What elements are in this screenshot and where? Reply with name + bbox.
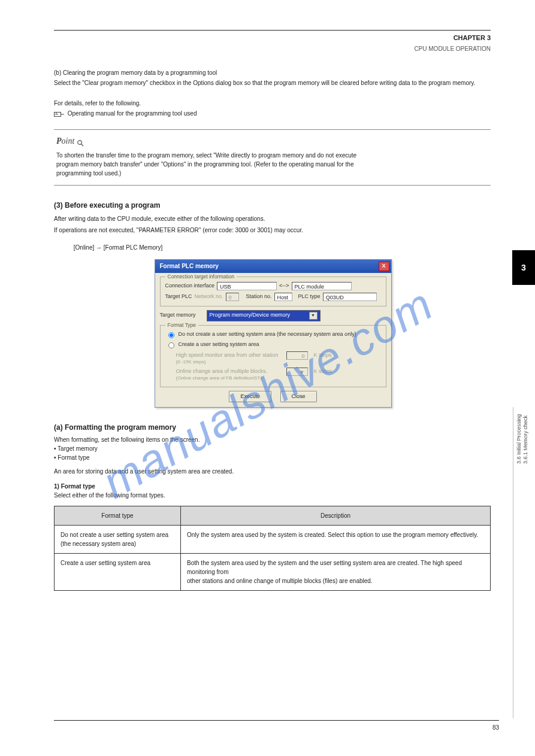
td-r2c2a: Both the system area used by the system … bbox=[187, 558, 484, 576]
point-p: P bbox=[56, 136, 62, 145]
td-r1c2: Only the system area used by the system … bbox=[181, 526, 491, 554]
dialog-title: Format PLC memory bbox=[160, 262, 219, 271]
group-format-type: Format Type Do not create a user setting… bbox=[160, 325, 386, 387]
fsec-desc1: When formatting, set the following items… bbox=[54, 435, 491, 444]
lbl-conn-arrow: <--> bbox=[279, 282, 289, 290]
lbl-network-no: Network no. bbox=[195, 293, 223, 301]
lbl-ocnote: (Online change area of FB definition/ST.… bbox=[176, 375, 320, 382]
td-r1c1a: Do not create a user setting system area bbox=[61, 530, 174, 539]
close-icon[interactable]: X bbox=[379, 262, 389, 271]
fsec-bullet1: • Target memory bbox=[54, 444, 491, 453]
target-memory-combo[interactable]: Program memory/Device memory ▼ bbox=[207, 310, 321, 321]
menu-format: [Format PLC Memory] bbox=[104, 244, 162, 251]
subheading-format-type: (a) Formatting the program memory bbox=[54, 422, 491, 433]
format-plc-dialog: Format PLC memory X Connection target in… bbox=[155, 259, 392, 408]
td-r2c2: Both the system area used by the system … bbox=[181, 554, 491, 591]
body-para-1: (b) Clearing the program memory data by … bbox=[54, 68, 491, 119]
fmt-desc2: If operations are not executed, "PARAMET… bbox=[54, 226, 491, 235]
side-caption-text: 3.6 Initial Processing 3.6.1 Memory chec… bbox=[516, 414, 530, 464]
side-caption-box: 3.6 Initial Processing 3.6.1 Memory chec… bbox=[513, 407, 523, 718]
svg-line-2 bbox=[81, 144, 83, 147]
lbl-radio1: Do not create a user setting system area… bbox=[179, 330, 356, 339]
chapter-number: CHAPTER 3 bbox=[54, 33, 491, 43]
th-description: Description bbox=[181, 506, 491, 526]
group-connection-target: Connection target information Connection… bbox=[160, 277, 386, 306]
fmt-menu-path: [Online] → [Format PLC Memory] bbox=[54, 243, 491, 252]
sc-l1: 3.6 Initial Processing bbox=[516, 414, 522, 464]
chapter-tab: 3 bbox=[512, 250, 535, 285]
plc-type-field: Q03UD bbox=[323, 293, 377, 301]
lbl-radio2: Create a user setting system area bbox=[179, 341, 259, 349]
page: 3 manualshive.com CHAPTER 3 CPU MODULE O… bbox=[0, 0, 535, 756]
magnifier-icon bbox=[77, 138, 84, 145]
td-r2c1: Create a user setting system area bbox=[55, 554, 181, 591]
point-rest: oint bbox=[62, 136, 75, 145]
legend-conn: Connection target information bbox=[165, 273, 237, 281]
lbl-hsrange: (0 -15K steps) bbox=[176, 359, 284, 366]
para-b2: (b) Clearing the program memory data by … bbox=[54, 69, 217, 76]
chevron-down-icon-2: ▼ bbox=[300, 369, 305, 375]
para-b2-desc: Select the "Clear program memory" checkb… bbox=[54, 80, 475, 86]
fsec-desc2: An area for storing data and a user sett… bbox=[54, 467, 491, 476]
th-format-type: Format type bbox=[55, 506, 181, 526]
subheading-formatting: (3) Before executing a program bbox=[54, 200, 491, 211]
page-footer: 83 bbox=[54, 720, 499, 732]
lbl-conn-iface: Connection interface bbox=[165, 282, 215, 290]
point-line3: programming tool used.) bbox=[56, 170, 121, 177]
net-no-field: 0 bbox=[226, 293, 239, 301]
dialog-button-row: Execute Close bbox=[160, 391, 386, 403]
radio-create-user-area[interactable] bbox=[168, 342, 174, 348]
para-ref: Operating manual for the programming too… bbox=[68, 110, 197, 117]
execute-button[interactable]: Execute bbox=[229, 391, 271, 403]
close-label: Close bbox=[292, 393, 306, 399]
point-label: Point bbox=[56, 135, 488, 147]
page-number: 83 bbox=[492, 724, 499, 731]
hs-value: 0 bbox=[286, 351, 308, 360]
td-r1c1b: (the necessary system area) bbox=[61, 539, 174, 548]
fmt-desc1: After writing data to the CPU module, ex… bbox=[54, 214, 491, 223]
station-no-field: Host bbox=[274, 293, 292, 301]
chapter-title: CPU MODULE OPERATION bbox=[54, 44, 491, 53]
arrow-right-icon: → bbox=[96, 243, 102, 252]
point-body: To shorten the transfer time to the prog… bbox=[56, 151, 488, 178]
para-note-a: For details, refer to the following. bbox=[54, 100, 141, 107]
sc-l2: 3.6.1 Memory check bbox=[522, 415, 528, 464]
close-x: X bbox=[382, 263, 385, 269]
lbl-ksteps1: K steps bbox=[314, 351, 332, 360]
chevron-down-icon: ▼ bbox=[309, 312, 318, 320]
lbl-station-no: Station no. bbox=[246, 293, 272, 301]
point-callout: Point To shorten the transfer time to th… bbox=[54, 129, 491, 186]
menu-online: [Online] bbox=[74, 244, 94, 251]
page-header: CHAPTER 3 CPU MODULE OPERATION bbox=[54, 30, 491, 53]
point-line2: program memory batch transfer" under "Op… bbox=[56, 161, 353, 168]
point-line1: To shorten the transfer time to the prog… bbox=[56, 152, 356, 159]
svg-point-1 bbox=[78, 141, 82, 145]
target-memory-value: Program memory/Device memory bbox=[210, 311, 291, 320]
format-type-table: Format type Description Do not create a … bbox=[54, 506, 491, 591]
radio-do-not-create[interactable] bbox=[168, 332, 174, 338]
execute-label: Execute bbox=[240, 393, 260, 399]
conn-iface-field: USB bbox=[217, 282, 277, 290]
fsec-1desc: Select either of the following format ty… bbox=[54, 491, 491, 500]
pointer-icon bbox=[54, 110, 65, 117]
lbl-plc-type: PLC type bbox=[298, 293, 321, 301]
dialog-body: Connection target information Connection… bbox=[155, 273, 391, 408]
dialog-titlebar: Format PLC memory X bbox=[155, 260, 391, 273]
lbl-target-plc: Target PLC bbox=[165, 293, 192, 301]
td-r2c2b: other stations and online change of mult… bbox=[187, 576, 484, 585]
dialog-wrap: Format PLC memory X Connection target in… bbox=[155, 259, 391, 408]
legend-format-type: Format Type bbox=[165, 321, 199, 329]
lbl-target-memory: Target memory bbox=[160, 311, 196, 320]
conn-side-field: PLC module bbox=[292, 282, 352, 290]
fsec-1label: 1) Format type bbox=[54, 482, 491, 491]
close-button[interactable]: Close bbox=[280, 391, 317, 403]
chapter-tab-number: 3 bbox=[521, 262, 526, 274]
td-r1c1: Do not create a user setting system area… bbox=[55, 526, 181, 554]
fsec-bullet2: • Format type bbox=[54, 453, 491, 462]
